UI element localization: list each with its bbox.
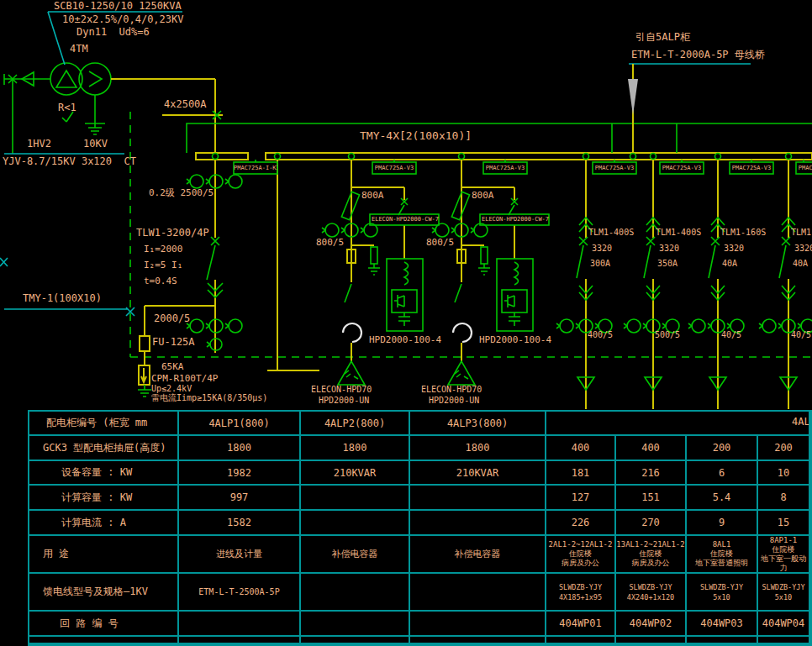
table-cell: 404WP01 (546, 612, 616, 637)
meter-box-label: PMAC725A-V3 (660, 162, 704, 174)
ground-resistance-label: R<1 (58, 102, 76, 113)
fuse-label: FU-125A (152, 337, 195, 347)
cap2-module-label: HPD2000-100-4 (479, 335, 551, 345)
feeder-column-1 (556, 160, 612, 409)
table-cell: 1582 (179, 511, 301, 536)
table-cell (301, 637, 410, 644)
cap2-spd2-label: HPD2000-UN (429, 396, 479, 406)
meter-box-label: PMAC725A-I-K3 (234, 162, 277, 174)
hv-bus-tag-label: 1HV2 (27, 139, 51, 149)
table-cell: SLWDZB-YJY 5x10 (758, 574, 810, 612)
cap1-spd1-label: ELECON-HPD70 (311, 385, 372, 395)
feeder4-trip-label: 40A (793, 259, 808, 269)
table-cell: 5.4 (687, 486, 758, 511)
row-header: 计算容量 : KW (29, 486, 179, 511)
cap2-spd1-label: ELECON-HPD70 (421, 385, 482, 395)
table-cell (758, 637, 810, 644)
feeder2-code-label: 3320 (659, 244, 679, 254)
feeder-column-4 (759, 160, 812, 409)
table-cell (179, 612, 301, 637)
table-cell: 进线及计量 (179, 536, 301, 574)
incoming-ct2-label: 2000/5 (154, 313, 190, 323)
table-cell: SLWDZB-YJY 5x10 (687, 574, 758, 612)
cap2-ct-label: 800/5 (426, 238, 454, 248)
schematic-canvas (0, 0, 812, 410)
table-cell: 4ALP3(800) (410, 412, 546, 436)
table-cell: 6 (687, 461, 758, 486)
feeder4-frame-label: TLM1-160S (791, 228, 812, 238)
transformer-voltage-label: 10±2x2.5%/0,4/0,23KV (62, 14, 184, 24)
meter-box-label: PMAC725A-V3 (483, 162, 527, 174)
table-cell: 400 (616, 436, 687, 461)
cap1-fuse-label: 800A (361, 191, 384, 201)
table-cell: 210KVAR (301, 461, 410, 486)
feeder-column-2 (624, 160, 679, 409)
bus-bridge-spec-label: ETM-L-T-2000A-5P 母线桥 (631, 50, 765, 60)
table-cell: 226 (546, 511, 616, 536)
transformer-symbol (50, 63, 111, 134)
feeder3-trip-label: 40A (722, 259, 737, 269)
table-cell (616, 637, 687, 644)
row-header: 用 途 (29, 536, 179, 574)
from-5alp-label: 引自5ALP柜 (635, 32, 690, 42)
table-cell (301, 511, 410, 536)
feeder2-frame-label: TLM1-400S (656, 228, 701, 238)
cabinet-4alp4-label: 4ALP4(800) (792, 416, 810, 428)
feeder3-code-label: 3320 (724, 244, 744, 254)
feeder4-code-label: 3320 (794, 244, 812, 254)
feeder1-code-label: 3320 (592, 244, 612, 254)
table-cell: 4ALP1(800) (179, 412, 301, 436)
table-cell: 15 (758, 511, 810, 536)
spd-ka-label: 65KA (161, 362, 184, 372)
meter-box-label: PMAC725A-V3 (796, 162, 812, 174)
table-cell: 1800 (410, 436, 546, 461)
metering-ct-label: 0.2级 2500/5 (149, 188, 214, 198)
table-cell: 270 (616, 511, 687, 536)
row-header: 配电柜编号 (柜宽 mm (29, 412, 179, 436)
table-cell: 200 (758, 436, 810, 461)
table-cell: 400 (546, 436, 616, 461)
bus-bridge-5alp (628, 64, 751, 153)
feeder1-frame-label: TLM1-400S (588, 228, 634, 238)
cap2-fuse-label: 800A (472, 191, 494, 201)
table-cell: 997 (179, 486, 301, 511)
table-cell: 8AL1 住院楼 地下室普通照明 (687, 536, 758, 574)
table-cell: 181 (546, 461, 616, 486)
row-header: 计算电流 : A (29, 511, 179, 536)
table-cell: 210KVAR (410, 461, 546, 486)
table-cell: 404WP04 (758, 612, 810, 637)
panel-schedule-table: 配电柜编号 (柜宽 mm 4ALP1(800) 4ALP2(800) 4ALP3… (28, 410, 812, 646)
single-line-diagram: SCB10-1250/10 1250KVA 10±2x2.5%/0,4/0,23… (0, 0, 812, 646)
transformer-spec-label: SCB10-1250/10 1250KVA (54, 1, 182, 11)
cap2-filter-box-label: ELECON-HPD2000-CW-7 (481, 214, 550, 225)
table-cell: 9 (687, 511, 758, 536)
table-cell: 补偿电容器 (410, 536, 546, 574)
cap1-module-label: HPD2000-100-4 (369, 335, 441, 345)
tmy1-label: TMY-1(100X10) (23, 293, 102, 303)
table-cell: 1800 (301, 436, 410, 461)
meter-box-label: PMAC725A-V3 (730, 162, 773, 174)
table-cell: SLWDZB-YJY 4X240+1x120 (616, 574, 687, 612)
feeder-column-3 (688, 160, 744, 409)
table-cell: 404WP02 (616, 612, 687, 637)
lv-cable-rating-label: 4x2500A (164, 99, 207, 109)
row-header: GCK3 型配电柜抽屉(高度) (29, 436, 179, 461)
breaker-i1-label: I₁=2000 (144, 244, 182, 255)
table-cell: 8 (758, 486, 810, 511)
transformer-vector-label: Dyn11 Ud%=6 (76, 27, 150, 37)
feeder1-trip-label: 300A (590, 259, 610, 269)
feeder3-ct-label: 40/5 (721, 330, 741, 340)
table-cell: 216 (616, 461, 687, 486)
table-cell: 13AL1-2~21AL1-2 住院楼 病房及办公 (616, 536, 687, 574)
table-cell: 1800 (179, 436, 301, 461)
hv-cable-label: YJV-8.7/15KV 3x120 CT (3, 156, 136, 166)
table-cell: 补偿电容器 (301, 536, 410, 574)
table-cell: 404WP03 (687, 612, 758, 637)
feeder4-ct-label: 40/5 (791, 330, 811, 340)
table-cell (687, 637, 758, 644)
feeder1-ct-label: 400/5 (588, 330, 613, 340)
table-cell (546, 637, 616, 644)
table-cell: 127 (546, 486, 616, 511)
table-cell (410, 486, 546, 511)
table-cell: ETM-L-T-2500A-5P (179, 574, 301, 612)
